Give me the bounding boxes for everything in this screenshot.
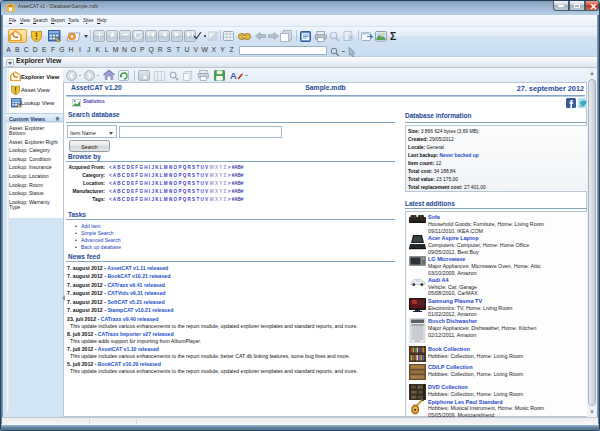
svg-text:A: A [230, 71, 237, 81]
